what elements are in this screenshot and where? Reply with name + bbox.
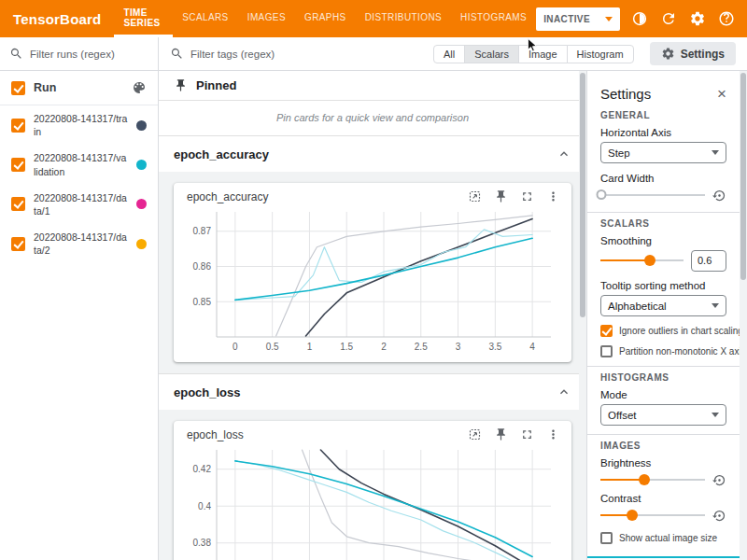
smoothing-slider[interactable] xyxy=(600,254,684,267)
ignore-outliers-row[interactable]: Ignore outliers in chart scaling xyxy=(600,325,726,337)
card-actions xyxy=(468,189,560,203)
tab-time-series[interactable]: TIME SERIES xyxy=(114,0,173,37)
scrollbar-thumb[interactable] xyxy=(580,73,585,317)
partition-x-axis-row[interactable]: Partition non-monotonic X axis xyxy=(600,345,726,357)
horizontal-axis-dropdown[interactable]: Step xyxy=(600,142,726,163)
run-color-dot xyxy=(136,160,147,170)
epoch-loss-card-area: epoch_loss xyxy=(159,410,586,560)
tab-scalars[interactable]: SCALARS xyxy=(173,0,238,37)
settings-panel: Settings × GENERAL Horizontal Axis Step … xyxy=(586,71,747,560)
histogram-mode-dropdown[interactable]: Offset xyxy=(600,404,726,426)
select-all-runs-checkbox[interactable] xyxy=(11,81,25,95)
panel-scrollbar xyxy=(740,71,747,560)
epoch-loss-chart[interactable]: 0.360.380.40.42 xyxy=(183,443,560,560)
chevron-down-icon xyxy=(712,150,719,155)
reset-icon[interactable] xyxy=(712,473,726,487)
run-row-data2[interactable]: 20220808-141317/data/2 xyxy=(0,224,158,263)
chip-scalars[interactable]: Scalars xyxy=(464,45,519,63)
chip-histogram[interactable]: Histogram xyxy=(567,45,634,63)
show-actual-size-checkbox[interactable] xyxy=(600,532,613,544)
tags-filter-area: All Scalars Image Histogram Settings xyxy=(159,37,747,70)
card-header: epoch_loss xyxy=(183,426,562,443)
svg-text:0.42: 0.42 xyxy=(193,464,212,474)
run-checkbox[interactable] xyxy=(11,158,25,172)
ignore-outliers-checkbox[interactable] xyxy=(600,325,613,337)
reset-icon[interactable] xyxy=(712,189,726,203)
tooltip-sorting-value: Alphabetical xyxy=(608,301,667,312)
runs-filter-area xyxy=(0,37,159,70)
runs-column-header: Run xyxy=(34,81,123,94)
fit-to-data-icon[interactable] xyxy=(468,189,482,203)
tooltip-sorting-dropdown[interactable]: Alphabetical xyxy=(600,295,726,316)
more-options-icon[interactable] xyxy=(546,427,560,441)
status-dropdown[interactable]: INACTIVE xyxy=(536,7,620,31)
theme-toggle-icon[interactable] xyxy=(630,9,649,28)
pin-card-icon[interactable] xyxy=(494,189,508,203)
close-icon[interactable]: × xyxy=(717,86,726,102)
svg-text:2.5: 2.5 xyxy=(415,342,428,352)
chevron-down-icon xyxy=(712,413,719,417)
section-title: epoch_accuracy xyxy=(174,147,269,161)
main-scrollbar xyxy=(579,71,586,560)
svg-text:0: 0 xyxy=(233,342,238,352)
fullscreen-icon[interactable] xyxy=(520,189,534,203)
run-checkbox[interactable] xyxy=(11,119,25,133)
fullscreen-icon[interactable] xyxy=(520,427,534,441)
settings-button[interactable]: Settings xyxy=(650,42,736,65)
chevron-up-icon[interactable] xyxy=(557,385,571,399)
svg-text:0.4: 0.4 xyxy=(198,501,211,511)
chip-all[interactable]: All xyxy=(433,45,465,63)
tab-histograms[interactable]: HISTOGRAMS xyxy=(451,0,536,37)
reset-icon[interactable] xyxy=(712,509,726,523)
images-section-heading: IMAGES xyxy=(600,441,726,451)
slider-thumb[interactable] xyxy=(639,474,650,485)
filter-tags-input[interactable] xyxy=(190,49,331,60)
tab-distributions[interactable]: DISTRIBUTIONS xyxy=(356,0,451,37)
pin-card-icon[interactable] xyxy=(494,427,508,441)
svg-text:1: 1 xyxy=(307,342,313,352)
refresh-icon[interactable] xyxy=(659,9,678,28)
chip-image[interactable]: Image xyxy=(518,45,568,63)
tab-graphs[interactable]: GRAPHS xyxy=(295,0,356,37)
contrast-label: Contrast xyxy=(600,493,726,504)
run-name: 20220808-141317/data/2 xyxy=(34,231,128,257)
more-options-icon[interactable] xyxy=(546,189,560,203)
run-checkbox[interactable] xyxy=(11,237,25,251)
pinned-title: Pinned xyxy=(196,78,236,92)
gear-icon[interactable] xyxy=(688,9,707,28)
palette-icon[interactable] xyxy=(132,80,147,95)
help-icon[interactable] xyxy=(717,9,736,28)
run-row-train[interactable]: 20220808-141317/train xyxy=(0,105,158,145)
run-row-validation[interactable]: 20220808-141317/validation xyxy=(0,145,158,184)
section-epoch-accuracy[interactable]: epoch_accuracy xyxy=(159,136,586,172)
slider-thumb[interactable] xyxy=(627,510,638,521)
filter-runs-input[interactable] xyxy=(30,49,147,60)
scalars-section-heading: SCALARS xyxy=(600,218,726,229)
tab-images[interactable]: IMAGES xyxy=(238,0,295,37)
slider-thumb[interactable] xyxy=(597,189,607,200)
brightness-label: Brightness xyxy=(600,457,726,469)
card-width-slider[interactable] xyxy=(600,189,705,202)
contrast-slider[interactable] xyxy=(600,509,705,522)
partition-x-axis-checkbox[interactable] xyxy=(600,345,613,357)
brightness-slider[interactable] xyxy=(600,473,705,486)
chevron-down-icon xyxy=(605,17,613,21)
chevron-up-icon[interactable] xyxy=(557,147,571,161)
card-width-label: Card Width xyxy=(600,173,726,184)
scrollbar-thumb[interactable] xyxy=(740,73,746,280)
svg-text:0.86: 0.86 xyxy=(193,261,212,272)
cards-area: Pinned Pin cards for a quick view and co… xyxy=(159,71,586,560)
card-header: epoch_accuracy xyxy=(183,188,562,205)
slider-thumb[interactable] xyxy=(644,255,655,266)
smoothing-value-input[interactable] xyxy=(691,250,726,272)
top-bar: TensorBoard TIME SERIES SCALARS IMAGES G… xyxy=(0,0,747,37)
run-checkbox[interactable] xyxy=(11,197,25,211)
main-nav: TIME SERIES SCALARS IMAGES GRAPHS DISTRI… xyxy=(114,0,536,37)
settings-panel-title: Settings xyxy=(600,86,651,102)
epoch-accuracy-chart[interactable]: 00.511.522.533.540.850.860.87 xyxy=(183,205,560,357)
show-actual-image-size-row[interactable]: Show actual image size xyxy=(600,532,726,544)
section-epoch-loss[interactable]: epoch_loss xyxy=(159,374,586,410)
run-row-data1[interactable]: 20220808-141317/data/1 xyxy=(0,185,158,224)
run-name: 20220808-141317/train xyxy=(34,112,128,138)
fit-to-data-icon[interactable] xyxy=(468,427,482,441)
